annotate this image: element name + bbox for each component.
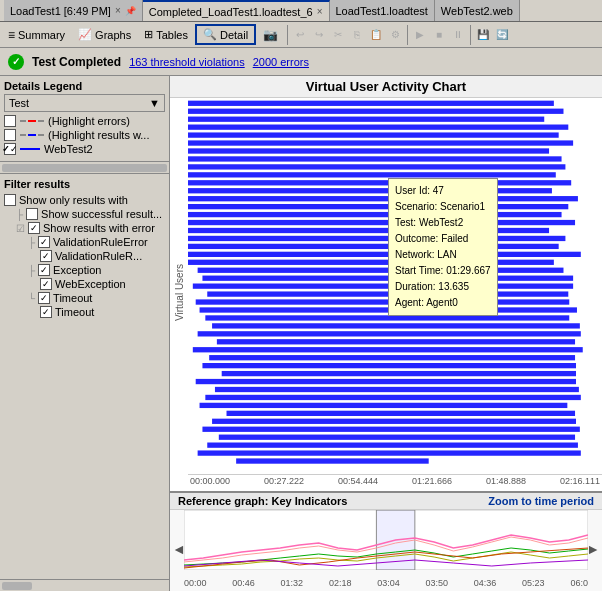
- filter-checkbox-show-only[interactable]: [4, 194, 16, 206]
- filter-label-show-only: Show only results with: [19, 194, 128, 206]
- filter-checkbox-timeout-inner[interactable]: ✓: [40, 306, 52, 318]
- undo-btn[interactable]: ↩: [291, 26, 309, 44]
- tab-loadtest1-close[interactable]: ×: [115, 5, 121, 16]
- x-label-1: 00:27.222: [264, 476, 304, 486]
- tab-loadtest-loadtest[interactable]: LoadTest1.loadtest: [330, 0, 435, 21]
- pause-btn[interactable]: ⏸: [449, 26, 467, 44]
- ref-x-2: 01:32: [281, 578, 304, 588]
- tooltip-scenario: Scenario: Scenario1: [395, 199, 491, 215]
- filter-label-successful: Show successful result...: [41, 208, 162, 220]
- check-timeout-inner: ✓: [42, 307, 50, 317]
- tooltip-network: Network: LAN: [395, 247, 491, 263]
- ref-chart-container: Reference graph: Key Indicators Zoom to …: [170, 491, 602, 591]
- copy-btn[interactable]: ⎘: [348, 26, 366, 44]
- violations-link[interactable]: 163 threshold violations: [129, 56, 245, 68]
- filter-checkbox-vr-error[interactable]: ✓: [38, 236, 50, 248]
- svg-rect-2: [188, 109, 563, 114]
- filter-checkbox-vr-r[interactable]: ✓: [40, 250, 52, 262]
- legend-scrollbar[interactable]: [0, 162, 169, 174]
- svg-rect-24: [193, 284, 573, 289]
- stop-btn[interactable]: ■: [430, 26, 448, 44]
- refresh-btn[interactable]: 🔄: [493, 26, 511, 44]
- filter-checkbox-exception[interactable]: ✓: [38, 264, 50, 276]
- svg-rect-15: [188, 212, 562, 217]
- svg-rect-42: [202, 427, 579, 432]
- line-blue-solid: [20, 148, 40, 150]
- chart-area: Virtual User Activity Chart Virtual User…: [170, 76, 602, 591]
- menu-detail[interactable]: 🔍 Detail: [195, 24, 256, 45]
- filter-checkbox-web-exception[interactable]: ✓: [40, 278, 52, 290]
- x-axis-labels: 00:00.000 00:27.222 00:54.444 01:21.666 …: [188, 474, 602, 487]
- main-content: Details Legend Test ▼ (Highlight errors): [0, 76, 602, 591]
- x-label-2: 00:54.444: [338, 476, 378, 486]
- menu-graphs[interactable]: 📈 Graphs: [72, 26, 137, 43]
- legend-checkbox-webtest2[interactable]: ✓: [4, 143, 16, 155]
- svg-rect-33: [209, 355, 575, 360]
- menu-camera[interactable]: 📷: [257, 26, 284, 44]
- filter-validation-rule-error: ├ ✓ ValidationRuleError: [4, 236, 165, 248]
- cut-btn[interactable]: ✂: [329, 26, 347, 44]
- legend-checkbox-results[interactable]: [4, 129, 16, 141]
- check-vr-error: ✓: [40, 237, 48, 247]
- filter-checkbox-timeout[interactable]: ✓: [38, 292, 50, 304]
- left-panel: Details Legend Test ▼ (Highlight errors): [0, 76, 170, 591]
- filter-label-vr-r: ValidationRuleR...: [55, 250, 142, 262]
- tab-pin-icon: 📌: [125, 6, 136, 16]
- svg-rect-29: [212, 323, 580, 328]
- ref-x-5: 03:50: [425, 578, 448, 588]
- paste-btn[interactable]: 📋: [367, 26, 385, 44]
- status-icon: ✓: [8, 54, 24, 70]
- legend-item-webtest2: ✓ WebTest2: [4, 143, 165, 155]
- svg-rect-44: [207, 443, 578, 448]
- legend-item-results: (Highlight results w...: [4, 129, 165, 141]
- redo-btn[interactable]: ↪: [310, 26, 328, 44]
- ref-nav-right[interactable]: ►: [586, 541, 600, 557]
- status-text: Test Completed: [32, 55, 121, 69]
- left-scroll-thumb[interactable]: [2, 582, 32, 590]
- settings-btn[interactable]: ⚙: [386, 26, 404, 44]
- status-bar: ✓ Test Completed 163 threshold violation…: [0, 48, 602, 76]
- svg-rect-16: [188, 220, 575, 225]
- filter-timeout: └ ✓ Timeout: [4, 292, 165, 304]
- svg-rect-31: [217, 339, 575, 344]
- ref-x-7: 05:23: [522, 578, 545, 588]
- save-btn[interactable]: 💾: [474, 26, 492, 44]
- legend-label-results: (Highlight results w...: [48, 129, 149, 141]
- svg-rect-41: [212, 419, 576, 424]
- filter-web-exception: ✓ WebException: [4, 278, 165, 290]
- left-panel-scrollbar[interactable]: [0, 579, 169, 591]
- svg-rect-13: [188, 196, 578, 201]
- filter-checkbox-successful[interactable]: [26, 208, 38, 220]
- svg-rect-18: [188, 236, 565, 241]
- tab-loadtest1[interactable]: LoadTest1 [6:49 PM] × 📌: [4, 0, 143, 21]
- svg-rect-40: [227, 411, 576, 416]
- menu-tables[interactable]: ⊞ Tables: [138, 26, 194, 43]
- svg-rect-3: [188, 117, 544, 122]
- tree-line-3: ├: [28, 237, 35, 248]
- legend-label-webtest2: WebTest2: [44, 143, 93, 155]
- line-blue: [28, 134, 36, 136]
- svg-rect-10: [188, 172, 556, 177]
- check-mark: ✓: [2, 144, 10, 154]
- test-dropdown[interactable]: Test ▼: [4, 94, 165, 112]
- svg-rect-11: [188, 180, 571, 185]
- ref-chart-inner: ◄ ►: [170, 510, 602, 588]
- x-label-4: 01:48.888: [486, 476, 526, 486]
- filter-exception: ├ ✓ Exception: [4, 264, 165, 276]
- x-label-0: 00:00.000: [190, 476, 230, 486]
- svg-rect-26: [196, 299, 570, 304]
- run-btn[interactable]: ▶: [411, 26, 429, 44]
- legend-checkbox-errors[interactable]: [4, 115, 16, 127]
- menu-summary[interactable]: ≡ Summary: [2, 26, 71, 44]
- tab-completed-close[interactable]: ×: [317, 6, 323, 17]
- tab-completed-loadtest[interactable]: Completed_LoadTest1.loadtest_6 ×: [143, 0, 330, 21]
- legend-scroll-thumb[interactable]: [2, 164, 167, 172]
- ref-nav-left[interactable]: ◄: [172, 541, 186, 557]
- tab-webtest2[interactable]: WebTest2.web: [435, 0, 520, 21]
- tooltip-outcome: Outcome: Failed: [395, 231, 491, 247]
- svg-rect-5: [188, 132, 559, 137]
- svg-rect-35: [222, 371, 576, 376]
- legend-line-errors: [20, 120, 44, 122]
- errors-link[interactable]: 2000 errors: [253, 56, 309, 68]
- filter-checkbox-errors[interactable]: ✓: [28, 222, 40, 234]
